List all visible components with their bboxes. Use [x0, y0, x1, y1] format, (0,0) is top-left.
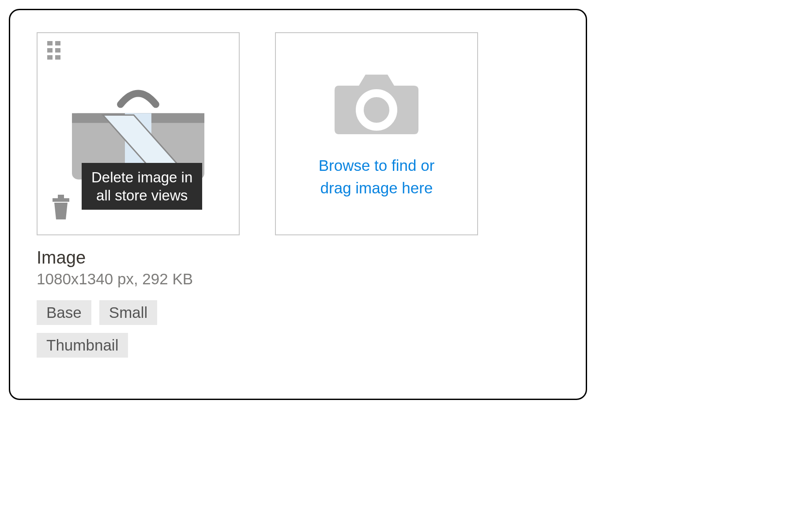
image-role-tag[interactable]: Base: [37, 300, 91, 325]
svg-rect-7: [53, 198, 69, 202]
delete-tooltip: Delete image in all store views: [82, 163, 202, 210]
image-role-tags: Base Small Thumbnail: [37, 300, 240, 358]
trash-icon: [51, 195, 71, 220]
image-gallery-panel: Delete image in all store views Browse t…: [9, 9, 587, 400]
image-dimensions: 1080x1340 px, 292 KB: [37, 270, 559, 288]
drag-handle-icon[interactable]: [47, 41, 63, 61]
image-role-tag[interactable]: Small: [99, 300, 158, 325]
upload-prompt-text: Browse to find or drag image here: [319, 155, 435, 200]
delete-image-button[interactable]: [51, 195, 71, 222]
upload-image-tile[interactable]: Browse to find or drag image here: [275, 32, 478, 235]
image-label: Image: [37, 248, 559, 268]
image-role-tag[interactable]: Thumbnail: [37, 333, 128, 358]
product-image-tile[interactable]: Delete image in all store views: [37, 32, 240, 235]
image-tiles-row: Delete image in all store views Browse t…: [37, 32, 559, 235]
camera-icon: [330, 68, 423, 139]
svg-rect-6: [58, 195, 64, 198]
image-info-block: Image 1080x1340 px, 292 KB Base Small Th…: [37, 248, 559, 358]
